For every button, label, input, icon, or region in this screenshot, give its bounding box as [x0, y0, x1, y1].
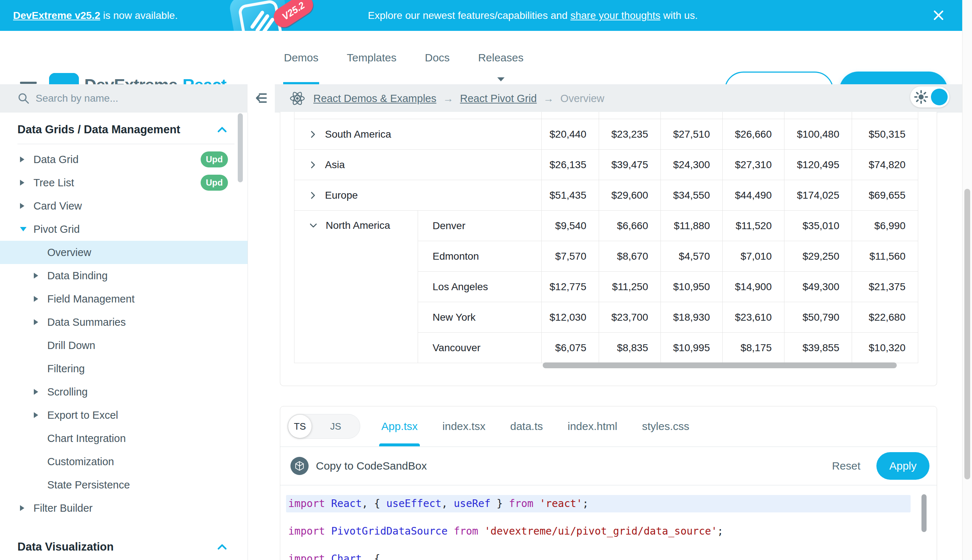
cell-value[interactable]: $39,475 — [599, 150, 661, 180]
cell-value[interactable]: $21,375 — [852, 272, 918, 302]
sidebar-item-pivot-grid[interactable]: Pivot Grid — [0, 218, 248, 241]
cell-value[interactable]: $11,880 — [661, 211, 723, 241]
sidebar-item-data-summaries[interactable]: Data Summaries — [0, 310, 248, 334]
cell-value[interactable]: $10,950 — [661, 272, 723, 302]
cell-value[interactable]: $8,835 — [599, 333, 661, 363]
cell-value[interactable]: $34,550 — [661, 180, 723, 211]
cell-value[interactable]: $39,855 — [785, 333, 852, 363]
language-js-option[interactable]: JS — [311, 421, 360, 432]
sidebar-item-data-grid[interactable]: Data GridUpd — [0, 148, 248, 171]
sidebar-item-scrolling[interactable]: Scrolling — [0, 380, 248, 403]
sidebar-section-data-grids[interactable]: Data Grids / Data Management — [0, 115, 248, 144]
cell-value[interactable]: $26,660 — [723, 119, 785, 150]
cell-value[interactable]: $174,025 — [785, 180, 852, 211]
sidebar-item-field-management[interactable]: Field Management — [0, 287, 248, 310]
chevron-right-icon[interactable] — [309, 160, 317, 169]
nav-item-docs[interactable]: Docs — [425, 31, 450, 84]
cell-value[interactable]: $74,820 — [852, 150, 918, 180]
cell-value[interactable]: $50,790 — [785, 302, 852, 333]
cell-value[interactable]: $27,510 — [661, 119, 723, 150]
cell-value[interactable]: $8,175 — [723, 333, 785, 363]
breadcrumb-section-link[interactable]: React Pivot Grid — [460, 93, 537, 105]
banner-close-button[interactable] — [930, 7, 947, 23]
cell-value[interactable]: $7,570 — [542, 241, 599, 272]
share-thoughts-link[interactable]: share your thoughts — [570, 10, 661, 21]
cell-value[interactable]: $50,315 — [852, 119, 918, 150]
nav-item-demos[interactable]: Demos — [284, 31, 318, 84]
tab-index-html[interactable]: index.html — [568, 407, 617, 446]
apply-button[interactable]: Apply — [877, 452, 930, 480]
sidebar-item-export-to-excel[interactable]: Export to Excel — [0, 403, 248, 427]
sidebar-item-drill-down[interactable]: Drill Down — [0, 334, 248, 357]
cell-value[interactable]: $11,560 — [852, 241, 918, 272]
window-scrollbar[interactable] — [962, 0, 972, 560]
cell-value[interactable]: $27,310 — [723, 150, 785, 180]
window-scrollbar-thumb[interactable] — [964, 189, 970, 479]
version-link[interactable]: DevExtreme v25.2 — [13, 10, 100, 21]
code-editor[interactable]: import React, { useEffect, useRef } from… — [280, 485, 937, 560]
table-row-europe[interactable]: Europe $51,435$29,600$34,550$44,490$174,… — [294, 180, 918, 211]
table-row-south-america[interactable]: South America $20,440$23,235$27,510$26,6… — [294, 119, 918, 150]
cell-value[interactable]: $6,990 — [852, 211, 918, 241]
sidebar-item-tree-list[interactable]: Tree ListUpd — [0, 171, 248, 194]
tab-app-tsx[interactable]: App.tsx — [381, 407, 418, 446]
search-input[interactable] — [35, 92, 211, 105]
cell-value[interactable]: $29,600 — [599, 180, 661, 211]
row-label[interactable]: Denver — [418, 211, 542, 241]
cell-value[interactable]: $49,300 — [785, 272, 852, 302]
cell-value[interactable]: $26,135 — [542, 150, 599, 180]
reset-button[interactable]: Reset — [832, 460, 860, 472]
cell-value[interactable]: $44,490 — [723, 180, 785, 211]
language-ts-option[interactable]: TS — [288, 415, 311, 438]
sidebar-scrollbar-thumb[interactable] — [238, 113, 243, 182]
row-label[interactable]: New York — [418, 302, 542, 333]
chevron-down-icon[interactable] — [309, 222, 318, 230]
row-label[interactable]: Edmonton — [418, 241, 542, 272]
cell-value[interactable]: $12,775 — [542, 272, 599, 302]
chevron-right-icon[interactable] — [309, 191, 317, 200]
sidebar-item-filtering[interactable]: Filtering — [0, 357, 248, 380]
sidebar-item-overview[interactable]: Overview — [0, 241, 248, 264]
table-row-denver[interactable]: North America Denver $9,540$6,660$11,880… — [294, 211, 918, 241]
tab-data-ts[interactable]: data.ts — [510, 407, 543, 446]
sidebar-item-data-binding[interactable]: Data Binding — [0, 264, 248, 287]
cell-value[interactable]: $69,655 — [852, 180, 918, 211]
cell-value[interactable]: $6,075 — [542, 333, 599, 363]
sidebar-item-card-view[interactable]: Card View — [0, 194, 248, 218]
cell-value[interactable]: $11,250 — [599, 272, 661, 302]
nav-item-releases[interactable]: Releases — [478, 31, 524, 84]
sidebar-item-filter-builder[interactable]: Filter Builder — [0, 497, 248, 520]
cell-value[interactable]: $23,610 — [723, 302, 785, 333]
table-row-asia[interactable]: Asia $26,135$39,475$24,300$27,310$120,49… — [294, 150, 918, 180]
copy-to-codesandbox-button[interactable]: Copy to CodeSandBox — [290, 457, 427, 475]
cell-value[interactable]: $7,010 — [723, 241, 785, 272]
theme-toggle[interactable] — [910, 87, 949, 107]
chevron-right-icon[interactable] — [309, 130, 317, 139]
code-scrollbar-thumb[interactable] — [922, 494, 927, 532]
cell-value[interactable]: $10,995 — [661, 333, 723, 363]
row-label[interactable]: Los Angeles — [418, 272, 542, 302]
collapse-sidebar-button[interactable] — [252, 88, 270, 107]
cell-value[interactable]: $23,235 — [599, 119, 661, 150]
cell-value[interactable]: $6,660 — [599, 211, 661, 241]
breadcrumb-root-link[interactable]: React Demos & Examples — [313, 93, 436, 105]
cell-value[interactable]: $29,250 — [785, 241, 852, 272]
cell-value[interactable]: $23,700 — [599, 302, 661, 333]
cell-value[interactable]: $20,440 — [542, 119, 599, 150]
sidebar-item-customization[interactable]: Customization — [0, 450, 248, 473]
cell-value[interactable]: $11,520 — [723, 211, 785, 241]
cell-value[interactable]: $9,540 — [542, 211, 599, 241]
tab-index-tsx[interactable]: index.tsx — [442, 407, 485, 446]
cell-value[interactable]: $18,930 — [661, 302, 723, 333]
language-switch[interactable]: TS JS — [288, 414, 360, 439]
cell-value[interactable]: $100,480 — [785, 119, 852, 150]
cell-value[interactable]: $24,300 — [661, 150, 723, 180]
tab-styles-css[interactable]: styles.css — [642, 407, 689, 446]
sidebar-section-data-visualization[interactable]: Data Visualization — [0, 533, 248, 560]
cell-value[interactable]: $120,495 — [785, 150, 852, 180]
cell-value[interactable]: $10,320 — [852, 333, 918, 363]
cell-value[interactable]: $14,900 — [723, 272, 785, 302]
sidebar-item-state-persistence[interactable]: State Persistence — [0, 473, 248, 497]
nav-item-templates[interactable]: Templates — [347, 31, 396, 84]
cell-value[interactable]: $12,030 — [542, 302, 599, 333]
